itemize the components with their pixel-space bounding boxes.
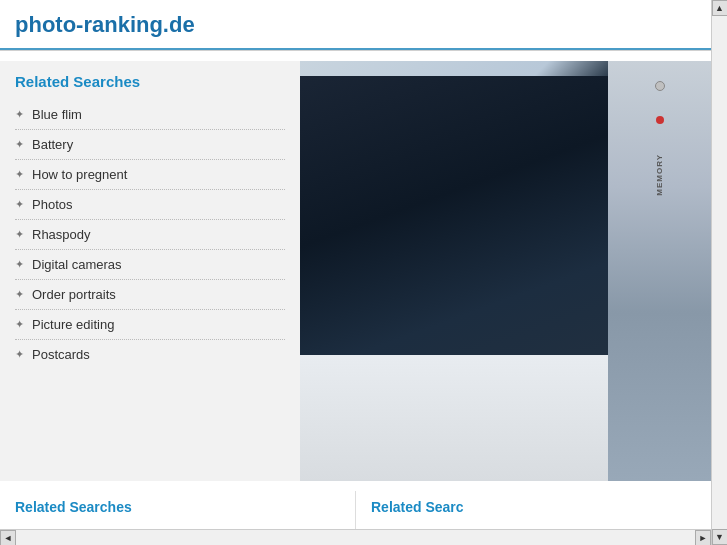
list-item[interactable]: ✦ Photos [15, 190, 285, 220]
bottom-col1-title: Related Searches [15, 499, 340, 515]
camera-screen [300, 76, 608, 391]
arrow-icon: ✦ [15, 108, 24, 121]
scroll-left-button[interactable]: ◄ [0, 530, 16, 546]
list-item[interactable]: ✦ Rhaspody [15, 220, 285, 250]
scroll-up-button[interactable]: ▲ [712, 0, 728, 16]
arrow-icon: ✦ [15, 228, 24, 241]
arrow-icon: ✦ [15, 348, 24, 361]
scrollbar-track-bottom[interactable] [16, 530, 695, 545]
camera-screw [655, 81, 665, 91]
top-section: Related Searches ✦ Blue flim ✦ Battery ✦… [0, 51, 711, 481]
scrollbar-right: ▲ ▼ [711, 0, 727, 545]
bottom-col2-title: Related Searc [371, 499, 696, 515]
camera-controls: MEMORY [608, 61, 711, 481]
arrow-icon: ✦ [15, 198, 24, 211]
search-link: Battery [32, 137, 73, 152]
arrow-icon: ✦ [15, 288, 24, 301]
camera-memory-label: MEMORY [655, 154, 664, 196]
bottom-col-2: Related Searc ✦ Camera lense ✦ Camera sa… [356, 491, 711, 529]
bottom-section: Related Searches ✦ Digital camera ✦ Phot… [0, 481, 711, 529]
scrollbar-bottom: ◄ ► [0, 529, 711, 545]
bottom-col-1: Related Searches ✦ Digital camera ✦ Phot… [0, 491, 356, 529]
list-item[interactable]: ✦ How to pregnent [15, 160, 285, 190]
list-item[interactable]: ✦ Picture editing [15, 310, 285, 340]
search-link: Rhaspody [32, 227, 91, 242]
list-item[interactable]: ✦ Blue flim [15, 100, 285, 130]
scroll-right-button[interactable]: ► [695, 530, 711, 546]
scrollbar-track-right[interactable] [712, 16, 727, 529]
camera-background: MEMORY [300, 61, 711, 481]
camera-red-dot [656, 116, 664, 124]
search-link: Digital cameras [32, 257, 122, 272]
search-link: Order portraits [32, 287, 116, 302]
arrow-icon: ✦ [15, 168, 24, 181]
related-searches-title: Related Searches [15, 73, 285, 90]
page-body: Related Searches ✦ Blue flim ✦ Battery ✦… [0, 51, 711, 520]
search-link: How to pregnent [32, 167, 127, 182]
search-link: Blue flim [32, 107, 82, 122]
list-item[interactable]: ✦ Digital cameras [15, 250, 285, 280]
scroll-down-button[interactable]: ▼ [712, 529, 728, 545]
list-item[interactable]: ✦ Battery [15, 130, 285, 160]
header: photo-ranking.de [0, 0, 711, 50]
list-item[interactable]: ✦ Postcards [15, 340, 285, 369]
site-title[interactable]: photo-ranking.de [15, 12, 195, 37]
arrow-icon: ✦ [15, 258, 24, 271]
main-content: photo-ranking.de Related Searches ✦ Blue… [0, 0, 711, 529]
search-link: Picture editing [32, 317, 114, 332]
arrow-icon: ✦ [15, 138, 24, 151]
arrow-icon: ✦ [15, 318, 24, 331]
left-sidebar: Related Searches ✦ Blue flim ✦ Battery ✦… [0, 61, 300, 481]
search-link: Photos [32, 197, 72, 212]
search-link: Postcards [32, 347, 90, 362]
camera-image: MEMORY [300, 61, 711, 481]
list-item[interactable]: ✦ Order portraits [15, 280, 285, 310]
